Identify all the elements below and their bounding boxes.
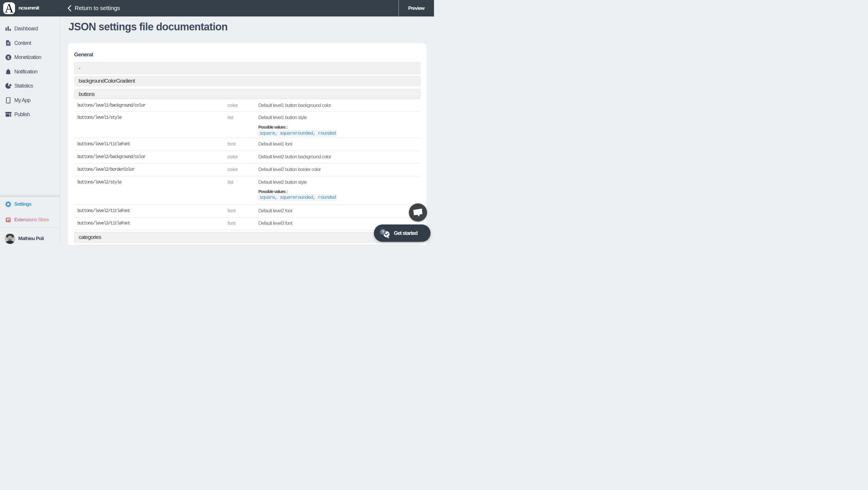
svg-text:?: ? xyxy=(382,229,384,234)
svg-text:$: $ xyxy=(7,55,9,60)
